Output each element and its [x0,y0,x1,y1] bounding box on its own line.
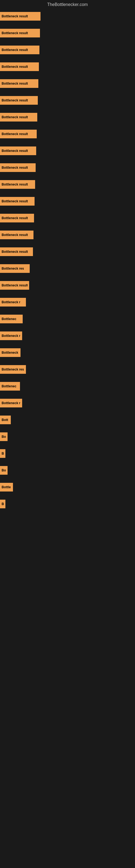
bar-row: Bottlenec [0,380,135,392]
bar-label: Bo [2,468,6,472]
bottleneck-bar[interactable]: Bottleneck res [0,264,30,273]
bar-label: Bottleneck result [2,199,28,203]
bar-row: Bo [0,464,135,476]
bottleneck-bar[interactable]: Bottleneck result [0,96,38,105]
bar-label: Bottleneck r [2,334,20,338]
bar-row: Bottleneck result [0,212,135,224]
bar-row: Bottleneck result [0,279,135,291]
bottleneck-bar[interactable]: Bottleneck r [0,332,22,340]
bar-row: Bottleneck r [0,296,135,308]
bottleneck-bar[interactable]: Bottleneck result [0,247,33,256]
bottleneck-bar[interactable]: Bottleneck result [0,147,36,155]
bar-label: Bottleneck result [2,48,28,52]
bar-label: Bott [2,418,8,422]
bar-row: Bottleneck result [0,61,135,73]
bar-row: B [0,447,135,460]
bar-row: Bottleneck result [0,111,135,123]
bar-row: Bottleneck result [0,179,135,190]
bottleneck-bar[interactable]: Bottleneck result [0,163,36,172]
bar-row: Bottleneck result [0,27,135,39]
bar-label: Bottle [2,485,11,489]
bar-label: Bottleneck result [2,183,28,186]
bar-label: Bottlenec [2,384,16,388]
bottleneck-bar[interactable]: Bottleneck res [0,365,26,374]
bar-row: Bottleneck r [0,330,135,342]
bottleneck-bar[interactable]: Bottle [0,483,13,492]
bar-row: Bottle [0,481,135,493]
bar-label: Bottleneck result [2,82,28,86]
bottleneck-bar[interactable]: Bott [0,415,11,424]
bottleneck-bar[interactable]: Bottleneck result [0,197,35,206]
bar-row: Bottleneck result [0,229,135,241]
bar-row: Bottleneck result [0,78,135,90]
bar-label: Bottleneck result [2,115,28,119]
bar-label: B [2,502,4,506]
bars-container: Bottleneck resultBottleneck resultBottle… [0,10,135,515]
bar-label: Bottleneck result [2,149,28,153]
bar-row: Bottleneck res [0,364,135,375]
bottleneck-bar[interactable]: Bottlenec [0,315,23,323]
bottleneck-bar[interactable]: B [0,500,5,508]
bottleneck-bar[interactable]: Bottleneck result [0,214,34,222]
bar-label: Bottleneck result [2,132,28,136]
bottleneck-bar[interactable]: Bo [0,466,8,475]
site-title: TheBottlenecker.com [0,0,135,10]
bottleneck-bar[interactable]: Bottleneck result [0,281,29,290]
bar-label: Bottleneck result [2,283,28,287]
bottleneck-bar[interactable]: Bottleneck result [0,45,39,54]
site-header: TheBottlenecker.com [0,0,135,10]
bottleneck-bar[interactable]: Bottleneck result [0,62,39,71]
bar-label: Bottleneck result [2,216,28,220]
bottleneck-bar[interactable]: Bottleneck [0,348,20,357]
bar-label: Bottleneck result [2,233,28,237]
bar-row: Bo [0,431,135,443]
bar-label: Bottleneck result [2,31,28,35]
bar-label: Bottleneck [2,351,18,354]
bar-label: Bottleneck result [2,166,28,169]
bar-label: B [2,452,4,456]
bar-row: Bottleneck result [0,246,135,258]
bar-row: Bottleneck result [0,44,135,56]
bottleneck-bar[interactable]: Bottleneck result [0,12,41,21]
bar-label: Bottleneck result [2,250,28,254]
bar-label: Bottleneck res [2,368,24,371]
bar-row: Bott [0,414,135,426]
bottleneck-bar[interactable]: Bottleneck result [0,230,34,239]
bar-label: Bottleneck result [2,98,28,102]
bar-label: Bottleneck r [2,300,20,304]
bottleneck-bar[interactable]: Bo [0,432,8,441]
bar-label: Bottleneck res [2,267,24,271]
bottleneck-bar[interactable]: Bottleneck r [0,399,22,407]
bottleneck-bar[interactable]: B [0,449,5,458]
bar-row: Bottleneck result [0,94,135,106]
bottleneck-bar[interactable]: Bottleneck result [0,180,35,189]
bar-label: Bo [2,435,6,439]
bar-row: Bottleneck res [0,262,135,275]
bottleneck-bar[interactable]: Bottleneck result [0,79,38,88]
bar-row: Bottleneck result [0,128,135,140]
bottleneck-bar[interactable]: Bottleneck r [0,298,26,307]
bar-row: B [0,498,135,510]
bar-row: Bottleneck result [0,145,135,157]
bar-row: Bottleneck result [0,162,135,174]
bar-row: Bottleneck r [0,397,135,409]
bottleneck-bar[interactable]: Bottleneck result [0,130,37,138]
bottleneck-bar[interactable]: Bottlenec [0,382,20,391]
bar-row: Bottleneck result [0,10,135,22]
bar-label: Bottleneck result [2,14,28,18]
bar-label: Bottleneck result [2,65,28,69]
bar-label: Bottlenec [2,317,16,321]
bar-label: Bottleneck r [2,401,20,405]
bar-row: Bottleneck [0,347,135,359]
bar-row: Bottleneck result [0,195,135,207]
bar-row: Bottlenec [0,313,135,325]
bottleneck-bar[interactable]: Bottleneck result [0,113,37,122]
bottleneck-bar[interactable]: Bottleneck result [0,29,40,37]
